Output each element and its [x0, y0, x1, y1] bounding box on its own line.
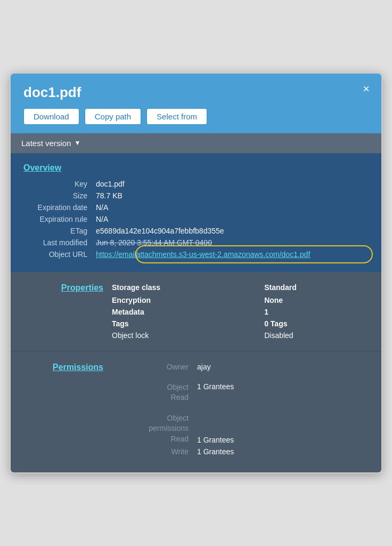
chevron-down-icon: ▼	[74, 139, 80, 147]
expiration-rule-label: Expiration rule	[23, 213, 93, 225]
expiration-date-value: N/A	[93, 202, 369, 213]
overview-row-etag: ETag e5689da142e104c904a7febbfb8d355e	[23, 225, 369, 237]
object-read-value: 1 Grantees	[194, 381, 369, 405]
properties-row-encryption: Encryption None	[23, 294, 369, 306]
permissions-spacer-2	[23, 405, 369, 412]
overview-row-last-modified: Last modified Jun 8, 2020 3:55:44 AM GMT…	[23, 237, 369, 248]
modal-container: doc1.pdf × Download Copy path Select fro…	[10, 73, 382, 474]
modal-title: doc1.pdf	[23, 84, 369, 101]
size-value: 78.7 KB	[93, 190, 369, 202]
object-permissions-label: ObjectpermissionsRead	[109, 412, 194, 446]
owner-label: Owner	[109, 361, 194, 374]
permissions-row-object-read: ObjectRead 1 Grantees	[23, 381, 369, 405]
size-label: Size	[23, 190, 93, 202]
overview-table: Key doc1.pdf Size 78.7 KB Expiration dat…	[23, 178, 369, 260]
object-read-label: ObjectRead	[109, 381, 194, 405]
expiration-rule-value: N/A	[93, 213, 369, 225]
etag-value: e5689da142e104c904a7febbfb8d355e	[93, 225, 369, 237]
select-from-button[interactable]: Select from	[146, 108, 207, 125]
overview-row-expiration-date: Expiration date N/A	[23, 202, 369, 213]
metadata-label: Metadata	[109, 306, 261, 318]
encryption-value: None	[261, 294, 369, 306]
properties-row-tags: Tags 0 Tags	[23, 318, 369, 330]
etag-label: ETag	[23, 225, 93, 237]
version-label: Latest version	[21, 139, 71, 148]
header-actions: Download Copy path Select from	[23, 108, 369, 125]
object-lock-label: Object lock	[109, 330, 261, 341]
overview-row-key: Key doc1.pdf	[23, 178, 369, 190]
permissions-spacer-1	[23, 374, 369, 381]
key-label: Key	[23, 178, 93, 190]
permissions-table: Permissions Owner ajay ObjectRead 1 Gran…	[23, 361, 369, 458]
object-url-value: https://emailattachments.s3-us-west-2.am…	[93, 248, 369, 260]
object-url-link[interactable]: https://emailattachments.s3-us-west-2.am…	[96, 250, 310, 259]
overview-row-size: Size 78.7 KB	[23, 190, 369, 202]
write-value: 1 Grantees	[194, 446, 369, 457]
permissions-row-title-owner: Permissions Owner ajay	[23, 361, 369, 374]
storage-label[interactable]: Properties	[23, 282, 109, 294]
properties-row-object-lock: Object lock Disabled	[23, 330, 369, 341]
properties-row-metadata: Metadata 1	[23, 306, 369, 318]
key-value: doc1.pdf	[93, 178, 369, 190]
overview-row-object-url: Object URL https://emailattachments.s3-u…	[23, 248, 369, 260]
permissions-row-object-permissions: ObjectpermissionsRead 1 Grantees	[23, 412, 369, 446]
properties-row-storage: Properties Storage class Standard	[23, 282, 369, 294]
storage-class-label: Storage class	[109, 282, 261, 294]
last-modified-value: Jun 8, 2020 3:55:44 AM GMT-0400	[93, 237, 369, 248]
overview-row-expiration-rule: Expiration rule N/A	[23, 213, 369, 225]
object-url-label: Object URL	[23, 248, 93, 260]
storage-class-value: Standard	[261, 282, 369, 294]
close-button[interactable]: ×	[363, 83, 370, 95]
expiration-date-label: Expiration date	[23, 202, 93, 213]
properties-table: Properties Storage class Standard Encryp…	[23, 282, 369, 341]
copy-path-button[interactable]: Copy path	[85, 108, 141, 125]
object-permissions-read-value: 1 Grantees	[194, 412, 369, 446]
write-label: Write	[109, 446, 194, 457]
tags-value: 0 Tags	[261, 318, 369, 330]
permissions-section: Permissions Owner ajay ObjectRead 1 Gran…	[11, 351, 381, 473]
modal-header: doc1.pdf × Download Copy path Select fro…	[11, 74, 381, 133]
permissions-row-write: Write 1 Grantees	[23, 446, 369, 457]
overview-section: Overview Key doc1.pdf Size 78.7 KB Expir…	[11, 154, 381, 272]
last-modified-label: Last modified	[23, 237, 93, 248]
overview-title[interactable]: Overview	[23, 163, 369, 173]
encryption-label: Encryption	[109, 294, 261, 306]
object-lock-value: Disabled	[261, 330, 369, 341]
version-dropdown[interactable]: Latest version ▼	[11, 133, 381, 154]
download-button[interactable]: Download	[23, 108, 79, 125]
metadata-value: 1	[261, 306, 369, 318]
owner-value: ajay	[194, 361, 369, 374]
tags-label: Tags	[109, 318, 261, 330]
properties-section: Properties Storage class Standard Encryp…	[11, 272, 381, 351]
permissions-title[interactable]: Permissions	[23, 361, 109, 374]
